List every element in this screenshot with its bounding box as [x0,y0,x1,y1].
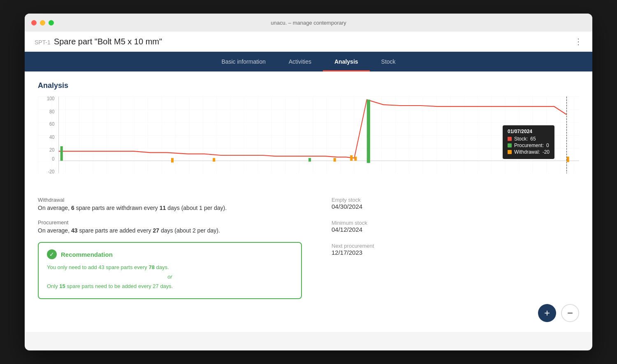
recommendation-title: Recommendation [61,251,113,258]
rec-line2-pre: Only [47,283,58,289]
stats-grid: Withdrawal On average, 6 spare parts are… [38,197,579,299]
close-button[interactable] [31,20,37,25]
page-header: SPT-1 Spare part "Bolt M5 x 10 mm" ⋮ [25,32,592,52]
withdrawal-stat: Withdrawal On average, 6 spare parts are… [38,197,302,211]
svg-text:-20: -20 [48,169,54,175]
svg-text:100: 100 [47,97,55,101]
tab-basic-information[interactable]: Basic information [210,52,277,71]
recommendation-box: ✓ Recommendation You only need to add 43… [38,242,302,299]
svg-text:40: 40 [49,134,54,140]
withdrawal-days: 11 [160,205,166,211]
withdrawal-bar-5 [354,157,357,161]
svg-text:60: 60 [49,121,54,127]
procurement-bar-main [367,100,370,163]
procurement-days: 27 [153,227,159,234]
svg-text:0: 0 [52,156,54,162]
window-title: unacu. – manage contemporary [271,20,346,26]
traffic-lights [31,20,54,25]
procurement-mid: spare parts are added every [79,227,151,234]
minimize-button[interactable] [40,20,45,25]
analysis-chart: 100 80 60 40 20 0 -20 [38,97,579,187]
recommendation-line2: Only 15 spare parts need to be added eve… [47,283,293,289]
procurement-label: Procurement [38,219,302,226]
page-title: Spare part "Bolt M5 x 10 mm" [54,37,162,46]
procurement-text: On average, 43 spare parts are added eve… [38,227,302,234]
rec-line2-num: 15 [59,283,65,289]
min-stock-stat: Minimum stock 04/12/2024 [332,220,579,233]
stats-left: Withdrawal On average, 6 spare parts are… [38,197,302,299]
withdrawal-bar-1 [171,158,174,163]
procurement-bar-start [60,146,63,161]
rec-line2-post: spare parts need to be added every 27 da… [67,283,173,289]
recommendation-header: ✓ Recommendation [47,249,293,259]
empty-stock-label: Empty stock [332,197,579,203]
recommendation-or: or [47,274,293,280]
svg-text:80: 80 [49,108,54,114]
tab-stock[interactable]: Stock [370,52,407,71]
empty-stock-value: 04/30/2024 [332,203,579,210]
procurement-num: 43 [71,227,78,234]
check-icon: ✓ [47,249,57,259]
section-title: Analysis [38,81,579,90]
more-options-icon[interactable]: ⋮ [574,37,582,46]
next-procurement-value: 12/17/2023 [332,249,579,256]
min-stock-label: Minimum stock [332,220,579,226]
withdrawal-bar-2 [213,158,215,162]
fab-container: + − [538,304,579,322]
withdrawal-mid: spare parts are withdrawn every [76,205,158,211]
withdrawal-label: Withdrawal [38,197,302,203]
maximize-button[interactable] [49,20,54,25]
app-window: unacu. – manage contemporary SPT-1 Spare… [25,14,592,350]
tab-activities[interactable]: Activities [277,52,323,71]
navigation-bar: Basic information Activities Analysis St… [25,52,592,71]
rec-line1-pre: You only need to add 43 spare parts ever… [47,264,147,270]
min-stock-value: 04/12/2024 [332,226,579,233]
next-procurement-label: Next procurement [332,243,579,249]
withdrawal-bar-4 [350,155,353,161]
header-left: SPT-1 Spare part "Bolt M5 x 10 mm" [35,37,162,46]
svg-rect-0 [38,97,579,173]
withdrawal-post: days (about 1 per day). [167,205,227,211]
rec-line1-num: 78 [148,264,154,270]
rec-line1-post: days. [156,264,169,270]
add-button[interactable]: + [538,304,556,322]
withdrawal-text: On average, 6 spare parts are withdrawn … [38,205,302,211]
stats-right: Empty stock 04/30/2024 Minimum stock 04/… [315,197,579,299]
procurement-post: days (about 2 per day). [161,227,220,234]
empty-stock-stat: Empty stock 04/30/2024 [332,197,579,210]
withdrawal-num: 6 [71,205,74,211]
next-procurement-stat: Next procurement 12/17/2023 [332,243,579,256]
withdrawal-bar-end [567,157,569,162]
procurement-bar-small-1 [308,158,311,162]
procurement-pre: On average, [38,227,70,234]
record-id: SPT-1 [35,39,51,46]
titlebar: unacu. – manage contemporary [25,14,592,32]
recommendation-line1: You only need to add 43 spare parts ever… [47,264,293,270]
tab-analysis[interactable]: Analysis [323,52,370,71]
withdrawal-bar-3 [334,158,336,162]
svg-text:20: 20 [49,147,54,153]
procurement-stat: Procurement On average, 43 spare parts a… [38,219,302,234]
chart-svg: 100 80 60 40 20 0 -20 [38,97,579,187]
withdrawal-pre: On average, [38,205,70,211]
subtract-button[interactable]: − [561,304,579,322]
main-content: Analysis 100 80 60 40 [25,71,592,332]
